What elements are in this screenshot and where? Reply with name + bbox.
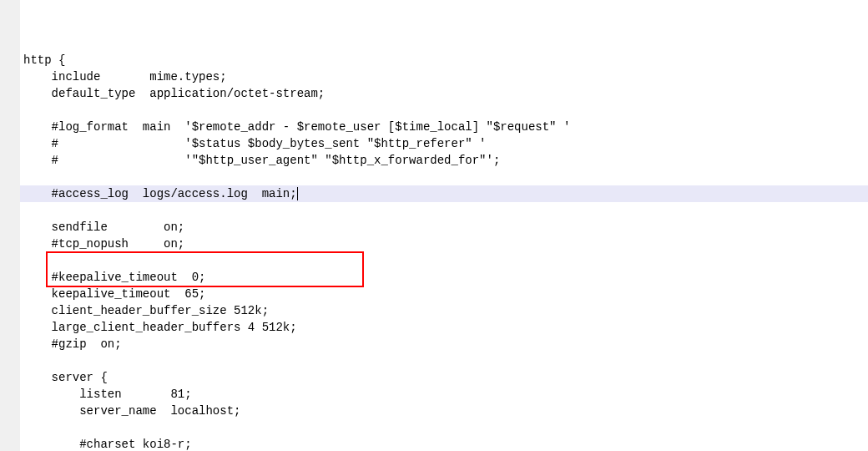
code-line[interactable] [20, 102, 868, 119]
code-line[interactable]: #log_format main '$remote_addr - $remote… [20, 119, 868, 135]
line-number-gutter [0, 0, 20, 451]
code-line[interactable]: large_client_header_buffers 4 512k; [20, 319, 868, 336]
code-line[interactable]: sendfile on; [20, 219, 868, 236]
code-line[interactable]: client_header_buffer_size 512k; [20, 302, 868, 319]
code-line[interactable] [20, 419, 868, 436]
code-line[interactable]: default_type application/octet-stream; [20, 85, 868, 102]
code-line[interactable]: server { [20, 369, 868, 386]
code-line[interactable]: server_name localhost; [20, 403, 868, 419]
code-line[interactable]: #charset koi8-r; [20, 436, 868, 451]
code-content[interactable]: http { include mime.types; default_type … [20, 0, 868, 451]
code-line[interactable]: #tcp_nopush on; [20, 236, 868, 252]
code-line[interactable] [20, 252, 868, 269]
code-line[interactable] [20, 169, 868, 185]
code-line[interactable]: http { [20, 52, 868, 68]
code-line[interactable]: # '"$http_user_agent" "$http_x_forwarded… [20, 152, 868, 169]
code-line[interactable]: keepalive_timeout 65; [20, 286, 868, 302]
code-line[interactable]: #keepalive_timeout 0; [20, 269, 868, 286]
code-editor: http { include mime.types; default_type … [0, 0, 868, 451]
code-line[interactable] [20, 352, 868, 369]
code-line[interactable]: listen 81; [20, 386, 868, 403]
code-line[interactable]: include mime.types; [20, 68, 868, 85]
code-line[interactable]: #gzip on; [20, 336, 868, 352]
text-cursor [297, 187, 298, 200]
code-line[interactable] [20, 202, 868, 219]
code-line[interactable]: # '$status $body_bytes_sent "$http_refer… [20, 135, 868, 152]
code-line[interactable]: #access_log logs/access.log main; [20, 185, 868, 202]
